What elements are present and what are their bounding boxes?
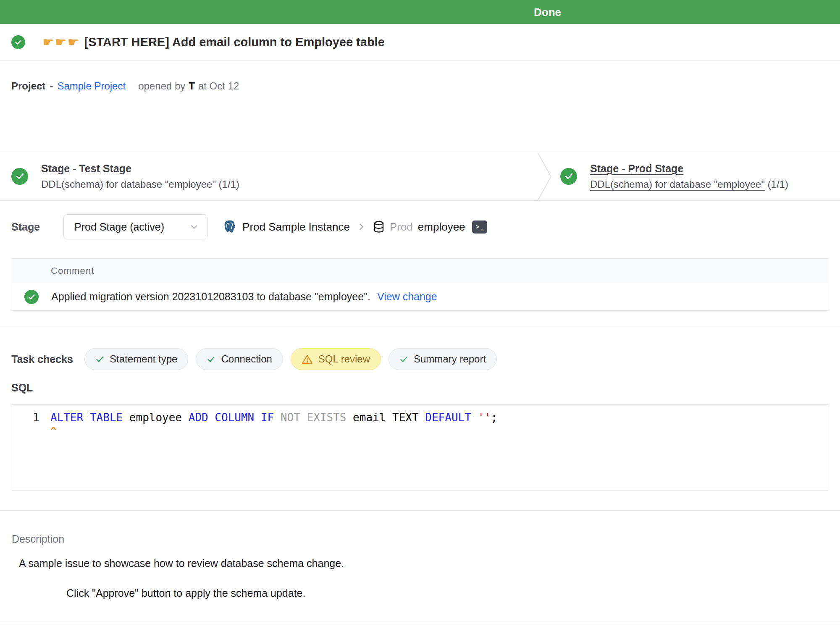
database-name[interactable]: employee — [418, 220, 465, 234]
issue-done-icon — [11, 35, 25, 49]
chevron-right-icon — [357, 222, 366, 231]
project-dash: - — [50, 80, 53, 92]
database-environment: Prod — [390, 220, 413, 234]
description-label: Description — [12, 533, 64, 545]
issue-creator: T — [189, 80, 195, 92]
check-success-icon — [207, 355, 215, 364]
sql-token: ALTER TABLE — [50, 411, 123, 424]
sql-token: DEFAULT — [425, 411, 471, 424]
stage-prod-title-link[interactable]: Stage - Prod Stage — [590, 163, 788, 175]
section-divider — [0, 329, 840, 329]
stage-selector-row: Stage Prod Stage (active) Prod Sample In… — [11, 212, 487, 242]
stage-separator-chevron — [537, 152, 554, 201]
check-label: SQL review — [318, 353, 370, 365]
check-summary-report[interactable]: Summary report — [388, 348, 497, 370]
sql-warning-marker: ^ — [50, 425, 56, 437]
stage-select-value: Prod Stage (active) — [74, 221, 189, 233]
stage-test-subtitle: DDL(schema) for database "employee" (1/1… — [41, 178, 239, 190]
sql-editor-icon[interactable]: >_ — [472, 220, 487, 234]
check-success-icon — [95, 355, 104, 364]
description-line: A sample issue to showcase how to review… — [19, 557, 344, 570]
stage-test-title: Stage - Test Stage — [41, 163, 239, 175]
issue-title: [START HERE] Add email column to Employe… — [84, 35, 384, 49]
stage-select-dropdown[interactable]: Prod Stage (active) — [63, 214, 207, 239]
sql-code-line: 1 ALTER TABLE employee ADD COLUMN IF NOT… — [11, 411, 497, 424]
view-change-link[interactable]: View change — [377, 291, 437, 303]
chevron-down-icon — [189, 222, 199, 231]
comment-success-icon — [24, 290, 39, 304]
check-connection[interactable]: Connection — [196, 348, 283, 370]
sql-editor[interactable]: 1 ALTER TABLE employee ADD COLUMN IF NOT… — [11, 404, 829, 491]
project-label: Project — [11, 80, 45, 92]
stage-prod[interactable]: Stage - Prod Stage DDL(schema) for datab… — [560, 152, 788, 200]
sql-token: ADD COLUMN IF — [189, 411, 274, 424]
pointing-finger-emoji: ☛☛☛ — [42, 34, 80, 50]
project-link[interactable]: Sample Project — [57, 80, 126, 92]
opened-at-label: at Oct 12 — [198, 80, 239, 92]
instance-name[interactable]: Prod Sample Instance — [242, 220, 350, 234]
stage-prod-done-icon — [560, 168, 577, 185]
opened-by-label: opened by — [138, 80, 185, 92]
check-statement-type[interactable]: Statement type — [84, 348, 188, 370]
line-number: 1 — [11, 411, 50, 424]
sql-token: ; — [491, 411, 498, 424]
database-icon — [373, 220, 385, 233]
task-checks-row: Task checks Statement type Connection SQ… — [11, 348, 504, 370]
sql-token: NOT EXISTS — [281, 411, 346, 424]
status-banner-label: Done — [534, 5, 561, 18]
comment-row: Applied migration version 20231012083103… — [11, 283, 829, 311]
sql-token: '' — [478, 411, 491, 424]
section-divider — [0, 622, 840, 622]
issue-detail-page: Done ☛☛☛ [START HERE] Add email column t… — [0, 0, 840, 630]
issue-header: ☛☛☛ [START HERE] Add email column to Emp… — [0, 24, 840, 61]
warning-triangle-icon — [302, 354, 313, 365]
check-label: Summary report — [414, 353, 486, 365]
stage-test[interactable]: Stage - Test Stage DDL(schema) for datab… — [11, 152, 239, 200]
comment-table-header: Comment — [11, 259, 829, 283]
check-success-icon — [399, 355, 408, 364]
check-label: Connection — [221, 353, 272, 365]
task-checks-label: Task checks — [11, 353, 84, 365]
issue-meta-row: Project - Sample Project opened by T at … — [11, 80, 239, 92]
stage-prod-task-count: (1/1) — [765, 178, 788, 190]
postgresql-icon — [223, 220, 237, 234]
status-banner: Done — [0, 0, 840, 24]
check-label: Statement type — [110, 353, 177, 365]
sql-token — [274, 411, 281, 424]
sql-section-label: SQL — [11, 382, 33, 394]
section-divider — [0, 510, 840, 511]
stage-test-done-icon — [11, 168, 28, 185]
sql-token: email TEXT — [346, 411, 425, 424]
stage-select-label: Stage — [11, 221, 40, 233]
stage-pipeline: Stage - Test Stage DDL(schema) for datab… — [0, 152, 840, 201]
comment-table: Comment Applied migration version 202310… — [11, 258, 829, 311]
description-line: Click "Approve" button to apply the sche… — [66, 587, 305, 599]
sql-token: employee — [123, 411, 189, 424]
check-sql-review[interactable]: SQL review — [291, 348, 381, 370]
comment-text: Applied migration version 20231012083103… — [51, 291, 370, 303]
sql-token — [471, 411, 478, 424]
stage-prod-task-link[interactable]: DDL(schema) for database "employee" — [590, 178, 765, 190]
